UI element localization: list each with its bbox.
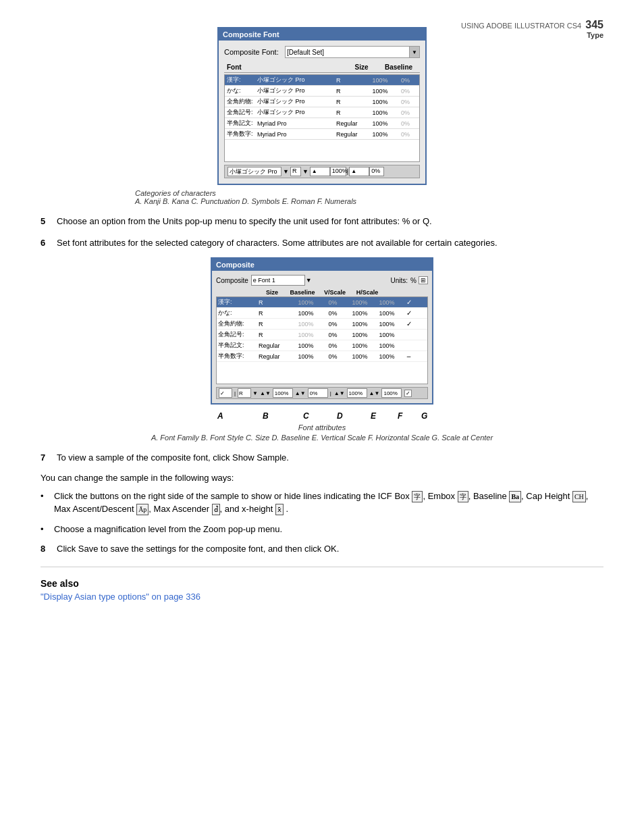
dialog1-table[interactable]: 漢字: 小塚ゴシック Pro R 100% 0% かな: 小塚ゴシック Pro … <box>224 74 420 162</box>
dialog2-col-headers: Size Baseline V/Scale H/Scale <box>257 288 428 296</box>
dialog2-select-arrow[interactable]: ▼ <box>306 277 312 284</box>
row0-name: 漢字: <box>227 76 257 84</box>
d2-bottom-pct-val[interactable]: 0% <box>308 388 328 398</box>
d2-row5-style: Regular <box>259 353 292 360</box>
dialog2-table[interactable]: 漢字: R 100% 0% 100% 100% ✓ かな: R 100% 0% … <box>216 296 428 384</box>
d2-bottom-check2[interactable]: ✓ <box>404 390 412 397</box>
dialog2-units-label: Units: <box>391 277 408 284</box>
dialog1-font-select-arrow[interactable]: ▼ <box>409 46 420 58</box>
table-row[interactable]: 漢字: 小塚ゴシック Pro R 100% 0% <box>225 75 419 86</box>
dialog1-bottom-style[interactable]: R <box>290 167 301 176</box>
row5-style: Regular <box>336 131 367 138</box>
bullet1-text6: , Max Ascender <box>149 504 211 514</box>
d2-row1-size: 100% <box>292 310 319 317</box>
d2-row0-check: ✓ <box>400 298 417 306</box>
d2-bottom-size-val[interactable]: 100% <box>273 388 293 398</box>
letter-d: D <box>337 411 367 421</box>
dialog1-col-font: Font <box>227 63 343 71</box>
see-also-section: See also "Display Asian type options" on… <box>41 578 603 602</box>
table-row[interactable]: かな: R 100% 0% 100% 100% ✓ <box>217 308 427 319</box>
dialog1-bottom-size[interactable]: ▲ <box>310 167 330 176</box>
d2-bottom-pct-arrow[interactable]: ▲▼ <box>295 390 306 396</box>
step5-item: 5 Choose an option from the Units pop-up… <box>41 215 603 228</box>
d2-row1-name: かな: <box>218 309 259 317</box>
bullet1-text4: , Cap Height <box>521 491 572 501</box>
dialog2-units-value: % <box>410 277 417 284</box>
row2-size: 100% <box>367 99 394 105</box>
table-row[interactable]: かな: 小塚ゴシック Pro R 100% 0% <box>225 86 419 97</box>
d2-bottom-vscale-arrow2[interactable]: ▲▼ <box>334 390 345 396</box>
row5-base: 0% <box>394 131 417 138</box>
table-row[interactable]: 漢字: R 100% 0% 100% 100% ✓ <box>217 297 427 308</box>
col-hscale-header: H/Scale <box>351 289 383 296</box>
bullet2-item: • Choose a magnification level from the … <box>41 523 603 536</box>
d2-row1-hscale: 100% <box>373 310 400 317</box>
table-row[interactable]: 全角約物: R 100% 0% 100% 100% ✓ <box>217 319 427 330</box>
dialog2-font-select[interactable]: e Font 1 <box>251 275 305 286</box>
row1-font: 小塚ゴシック Pro <box>257 86 336 95</box>
d2-bottom-sep: | <box>234 390 236 396</box>
row5-font: Myriad Pro <box>257 131 336 138</box>
letter-e: E <box>371 411 398 421</box>
table-row[interactable]: 半角数字: Regular 100% 0% 100% 100% – <box>217 351 427 362</box>
caption1-area: Categories of characters A. Kanji B. Kan… <box>135 189 603 205</box>
max-ascent-icon: Āp <box>136 504 149 515</box>
bullet2-dot: • <box>41 523 54 536</box>
dialog1-font-select[interactable]: [Default Set] <box>285 46 410 58</box>
dialog1-bottom-base-val[interactable]: 0% <box>369 167 384 176</box>
dialog2-titlebar: Composite <box>212 259 432 271</box>
see-also-link[interactable]: "Display Asian type options" on page 336 <box>41 592 200 602</box>
table-row[interactable]: 全角記号: R 100% 0% 100% 100% <box>217 330 427 340</box>
d2-row1-base: 0% <box>319 310 346 317</box>
row0-size: 100% <box>367 77 394 84</box>
d2-bottom-vscale-arrow[interactable]: | <box>330 390 331 396</box>
d2-bottom-hscale-val[interactable]: 100% <box>381 388 402 398</box>
dialog1-bottom-style-arrow[interactable]: ▼ <box>302 168 308 175</box>
row3-name: 全角記号: <box>227 108 257 117</box>
row2-style: R <box>336 99 367 105</box>
row0-style: R <box>336 77 367 84</box>
step6-item: 6 Set font attributes for the selected c… <box>41 236 603 250</box>
page-section: Type <box>587 31 603 39</box>
dialog1: Composite Font Composite Font: [Default … <box>217 27 427 185</box>
table-row[interactable]: 全角約物: 小塚ゴシック Pro R 100% 0% <box>225 97 419 107</box>
letter-b: B <box>263 411 296 421</box>
d2-row2-style: R <box>259 321 292 328</box>
dialog1-bottom-font[interactable]: 小塚ゴシック Pro <box>227 167 281 176</box>
table-row[interactable]: 半角数字: Myriad Pro Regular 100% 0% <box>225 129 419 140</box>
dialog1-bottom-base[interactable]: ▲ <box>349 167 369 176</box>
row1-size: 100% <box>367 88 394 95</box>
see-also-title: See also <box>41 578 603 589</box>
table-row[interactable]: 半角記文: Regular 100% 0% 100% 100% <box>217 340 427 351</box>
d2-row0-style: R <box>259 299 292 306</box>
d2-row2-hscale: 100% <box>373 321 400 328</box>
cap-height-icon: CH <box>572 491 586 502</box>
row4-style: Regular <box>336 120 367 127</box>
bullet1-dot: • <box>41 490 54 516</box>
d2-bottom-style[interactable]: R <box>238 388 251 398</box>
step8-num: 8 <box>41 542 57 556</box>
dialog2-units-btn[interactable]: ⊞ <box>419 276 428 284</box>
x-height-icon: x̄ <box>275 504 284 515</box>
d2-bottom-size-arrow[interactable]: ▲▼ <box>260 390 271 396</box>
d2-bottom-hscale-arrow[interactable]: ▲▼ <box>369 390 380 396</box>
d2-bottom-style-arrow[interactable]: ▼ <box>252 390 258 396</box>
table-row[interactable]: 全角記号: 小塚ゴシック Pro R 100% 0% <box>225 107 419 118</box>
dialog1-bottom-size-val[interactable]: 100% <box>330 167 346 176</box>
dialog1-bottom-select-arrow[interactable]: ▼ <box>283 168 289 175</box>
row2-font: 小塚ゴシック Pro <box>257 97 336 106</box>
page-container: USING ADOBE ILLUSTRATOR CS4 345Type Comp… <box>0 0 644 834</box>
row5-size: 100% <box>367 131 394 138</box>
d2-bottom-vscale-val[interactable]: 100% <box>347 388 367 398</box>
row4-name: 半角記文: <box>227 119 257 128</box>
dialog2-content: Composite e Font 1 ▼ Units: % ⊞ Size Bas… <box>212 271 432 403</box>
d2-row0-vscale: 100% <box>346 299 373 306</box>
icf-box-icon: 字 <box>412 491 423 502</box>
bullet1-text7: , and x-height <box>220 504 275 514</box>
d2-bottom-check[interactable]: ✓ <box>219 388 232 398</box>
step8-text: Click Save to save the settings for the … <box>57 542 603 556</box>
row0-base: 0% <box>394 77 417 84</box>
step7-text: To view a sample of the composite font, … <box>57 451 603 465</box>
table-row[interactable]: 半角記文: Myriad Pro Regular 100% 0% <box>225 118 419 129</box>
d2-row4-base: 0% <box>319 342 346 349</box>
